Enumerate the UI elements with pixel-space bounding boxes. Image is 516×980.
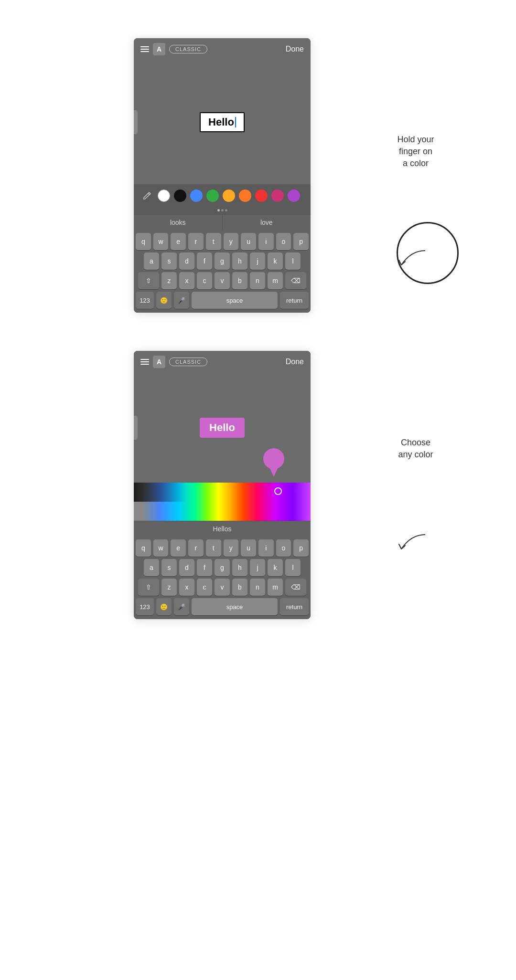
color-blue[interactable] xyxy=(190,190,203,202)
key2-m[interactable]: m xyxy=(268,579,283,596)
font-a-button-2[interactable]: A xyxy=(153,356,165,368)
key2-l[interactable]: l xyxy=(285,559,301,576)
key2-c[interactable]: c xyxy=(197,579,212,596)
key-x[interactable]: x xyxy=(179,272,194,289)
key2-q[interactable]: q xyxy=(136,539,151,557)
key-w[interactable]: w xyxy=(153,233,169,250)
key2-y[interactable]: y xyxy=(224,539,239,557)
key2-p[interactable]: p xyxy=(293,539,309,557)
color-pink[interactable] xyxy=(271,190,284,202)
color-white[interactable] xyxy=(158,190,170,202)
color-black[interactable] xyxy=(174,190,186,202)
key-v[interactable]: v xyxy=(215,272,230,289)
key-f[interactable]: f xyxy=(197,253,212,270)
font-a-button[interactable]: A xyxy=(153,43,165,55)
color-yellow[interactable] xyxy=(223,190,235,202)
key-o[interactable]: o xyxy=(276,233,291,250)
key-z[interactable]: z xyxy=(161,272,177,289)
key-t[interactable]: t xyxy=(206,233,221,250)
key-k[interactable]: k xyxy=(268,253,283,270)
key-g[interactable]: g xyxy=(215,253,230,270)
key-c[interactable]: c xyxy=(197,272,212,289)
mic-key-2[interactable]: 🎤 xyxy=(174,598,189,615)
shift-key[interactable]: ⇧ xyxy=(138,272,159,289)
autocomplete-love[interactable]: love xyxy=(223,215,311,230)
emoji-key[interactable]: 🙂 xyxy=(156,292,172,309)
key2-h[interactable]: h xyxy=(232,559,247,576)
key-h[interactable]: h xyxy=(232,253,247,270)
key2-t[interactable]: t xyxy=(206,539,221,557)
key-r[interactable]: r xyxy=(188,233,204,250)
key-e[interactable]: e xyxy=(171,233,186,250)
num-key-2[interactable]: 123 xyxy=(136,598,154,615)
key-y[interactable]: y xyxy=(224,233,239,250)
key2-d[interactable]: d xyxy=(179,559,194,576)
hamburger-icon[interactable] xyxy=(140,46,149,52)
svg-marker-1 xyxy=(269,466,279,477)
color-green[interactable] xyxy=(206,190,219,202)
canvas-area-1: Hello xyxy=(134,60,311,184)
spectrum-brightness xyxy=(134,483,311,502)
key-n[interactable]: n xyxy=(250,272,265,289)
color-red[interactable] xyxy=(255,190,268,202)
key2-k[interactable]: k xyxy=(268,559,283,576)
key2-z[interactable]: z xyxy=(161,579,177,596)
key2-a[interactable]: a xyxy=(144,559,159,576)
pencil-icon[interactable] xyxy=(140,189,154,202)
autocomplete-looks[interactable]: looks xyxy=(134,215,223,230)
classic-badge[interactable]: CLASSIC xyxy=(169,45,207,53)
classic-badge-2[interactable]: CLASSIC xyxy=(169,358,207,366)
key2-s[interactable]: s xyxy=(161,559,177,576)
key2-e[interactable]: e xyxy=(171,539,186,557)
key-a[interactable]: a xyxy=(144,253,159,270)
key-j[interactable]: j xyxy=(250,253,265,270)
key2-v[interactable]: v xyxy=(215,579,230,596)
phone-screen-1: A CLASSIC Done Hello xyxy=(134,38,311,313)
key-q[interactable]: q xyxy=(136,233,151,250)
annotation-1: Hold yourfinger ona color xyxy=(377,134,454,170)
key2-i[interactable]: i xyxy=(258,539,274,557)
return-key-2[interactable]: return xyxy=(280,598,309,615)
spectrum-selector[interactable] xyxy=(274,487,282,495)
color-orange[interactable] xyxy=(239,190,251,202)
key-i[interactable]: i xyxy=(258,233,274,250)
key2-w[interactable]: w xyxy=(153,539,169,557)
backspace-key-2[interactable]: ⌫ xyxy=(285,579,306,596)
autocomplete-hellos[interactable]: Hellos xyxy=(134,521,311,537)
key2-o[interactable]: o xyxy=(276,539,291,557)
side-handle-1 xyxy=(134,110,138,134)
shift-key-2[interactable]: ⇧ xyxy=(138,579,159,596)
key-l[interactable]: l xyxy=(285,253,301,270)
key2-r[interactable]: r xyxy=(188,539,204,557)
page-dots xyxy=(134,207,311,214)
key-u[interactable]: u xyxy=(241,233,256,250)
key2-f[interactable]: f xyxy=(197,559,212,576)
num-key[interactable]: 123 xyxy=(136,292,154,309)
key2-u[interactable]: u xyxy=(241,539,256,557)
key-p[interactable]: p xyxy=(293,233,309,250)
hello-text-2: Hello xyxy=(200,418,245,438)
hamburger-icon-2[interactable] xyxy=(140,359,149,365)
key2-g[interactable]: g xyxy=(215,559,230,576)
done-button-2[interactable]: Done xyxy=(286,358,304,366)
space-key-2[interactable]: space xyxy=(192,598,278,615)
backspace-key[interactable]: ⌫ xyxy=(285,272,306,289)
key2-b[interactable]: b xyxy=(232,579,247,596)
space-key[interactable]: space xyxy=(192,292,278,309)
key2-n[interactable]: n xyxy=(250,579,265,596)
key-d[interactable]: d xyxy=(179,253,194,270)
color-purple[interactable] xyxy=(288,190,300,202)
autocomplete-row-1: looks love xyxy=(134,214,311,230)
key-s[interactable]: s xyxy=(161,253,177,270)
key-m[interactable]: m xyxy=(268,272,283,289)
kb-row-2: a s d f g h j k l xyxy=(136,253,309,270)
color-spectrum[interactable] xyxy=(134,483,311,521)
done-button[interactable]: Done xyxy=(286,45,304,53)
key2-j[interactable]: j xyxy=(250,559,265,576)
return-key[interactable]: return xyxy=(280,292,309,309)
key2-x[interactable]: x xyxy=(179,579,194,596)
text-cursor-1 xyxy=(235,117,236,127)
emoji-key-2[interactable]: 🙂 xyxy=(156,598,172,615)
key-b[interactable]: b xyxy=(232,272,247,289)
mic-key[interactable]: 🎤 xyxy=(174,292,189,309)
